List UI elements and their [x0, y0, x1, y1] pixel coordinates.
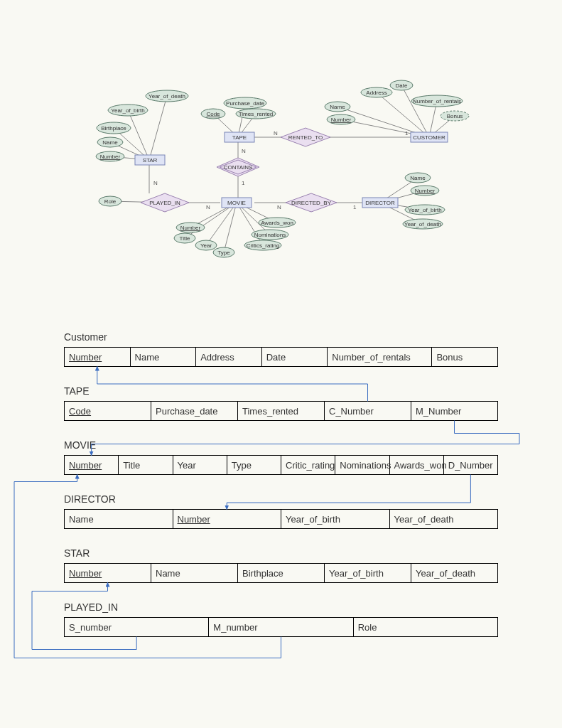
svg-text:Critics_rating: Critics_rating — [247, 242, 280, 249]
table-title-customer: Customer — [64, 331, 498, 343]
svg-text:DIRECTED_BY: DIRECTED_BY — [291, 200, 332, 206]
svg-text:STAR: STAR — [143, 157, 158, 164]
col-cust-number: Number — [65, 348, 131, 367]
svg-text:Bonus: Bonus — [447, 113, 463, 119]
svg-line-16 — [206, 203, 237, 245]
entity-movie: MOVIE — [222, 198, 252, 208]
rel-contains: CONTAINS — [217, 158, 259, 176]
svg-text:Name: Name — [102, 139, 118, 146]
col-movie-year: Year — [173, 456, 227, 475]
col-tape-pdate: Purchase_date — [151, 402, 238, 421]
rel-played-in: PLAYED_IN — [141, 193, 189, 212]
svg-text:Year_of_birth: Year_of_birth — [408, 207, 441, 213]
attr-cust-address: Address — [361, 87, 392, 97]
er-svg: N 1 N 1 N N N 1 STAR TAPE CUSTOMER MOVIE… — [0, 0, 562, 284]
svg-text:CUSTOMER: CUSTOMER — [413, 134, 445, 141]
col-dir-number: Number — [173, 510, 281, 529]
col-star-name: Name — [151, 564, 238, 583]
attr-cust-bonus: Bonus — [441, 111, 469, 121]
attr-star-name: Name — [97, 137, 123, 147]
svg-text:Date: Date — [396, 82, 408, 89]
card-contains-movie: 1 — [242, 180, 245, 186]
svg-text:Year: Year — [200, 242, 212, 249]
svg-text:Awards_won: Awards_won — [261, 220, 293, 226]
attr-movie-type: Type — [213, 247, 234, 257]
attr-dir-number: Number — [411, 186, 439, 196]
col-dir-name: Name — [65, 510, 173, 529]
card-tape-rented: N — [274, 130, 278, 136]
col-pi-snum: S_number — [65, 618, 209, 637]
table-title-director: DIRECTOR — [64, 493, 498, 505]
svg-text:DIRECTOR: DIRECTOR — [365, 200, 395, 206]
entity-director: DIRECTOR — [362, 198, 398, 208]
attr-tape-times-rented: Times_rented — [236, 109, 276, 119]
table-played-in: S_number M_number Role — [64, 617, 498, 637]
col-tape-mnum: M_Number — [411, 402, 498, 421]
svg-text:Number_of_rentals: Number_of_rentals — [413, 98, 461, 105]
svg-text:Address: Address — [366, 90, 387, 96]
attr-cust-date: Date — [390, 80, 413, 90]
table-title-tape: TAPE — [64, 385, 498, 397]
table-movie: Number Title Year Type Critic_rating Nom… — [64, 455, 498, 475]
svg-text:Number: Number — [331, 117, 352, 123]
svg-text:Times_rented: Times_rented — [239, 111, 274, 117]
col-cust-bonus: Bonus — [432, 348, 498, 367]
col-movie-critic: Critic_rating — [281, 456, 335, 475]
table-star: Number Name Birthplace Year_of_birth Yea… — [64, 563, 498, 583]
svg-text:Number: Number — [100, 154, 121, 160]
col-pi-role: Role — [353, 618, 497, 637]
col-movie-type: Type — [227, 456, 281, 475]
col-tape-cnum: C_Number — [325, 402, 411, 421]
table-customer: Number Name Address Date Number_of_renta… — [64, 347, 498, 367]
attr-cust-name: Name — [325, 102, 350, 112]
rel-directed-by: DIRECTED_BY — [286, 193, 337, 212]
attr-dir-yob: Year_of_birth — [405, 205, 445, 215]
svg-text:TAPE: TAPE — [232, 134, 247, 141]
card-played-movie: N — [206, 204, 210, 210]
attr-movie-critics: Critics_rating — [244, 240, 281, 250]
rel-rented-to: RENTED_TO — [281, 128, 330, 146]
attr-star-year-of-death: Year_of_death — [146, 90, 188, 102]
svg-text:Purchase_date: Purchase_date — [226, 100, 264, 107]
attr-movie-title: Title — [174, 233, 195, 243]
svg-text:MOVIE: MOVIE — [227, 200, 246, 206]
attr-dir-name: Name — [405, 173, 431, 183]
col-cust-numrent: Number_of_rentals — [328, 348, 432, 367]
entity-customer: CUSTOMER — [411, 132, 448, 142]
col-star-yob: Year_of_birth — [325, 564, 411, 583]
attr-tape-purchase-date: Purchase_date — [224, 97, 266, 109]
attr-movie-number: Number — [176, 223, 205, 232]
svg-text:PLAYED_IN: PLAYED_IN — [149, 200, 180, 206]
table-title-star: STAR — [64, 547, 498, 559]
svg-text:Role: Role — [104, 198, 117, 205]
svg-text:Name: Name — [410, 175, 426, 181]
svg-text:Type: Type — [217, 250, 230, 256]
col-cust-date: Date — [261, 348, 328, 367]
svg-text:Birthplace: Birthplace — [101, 125, 126, 132]
attr-dir-yod: Year_of_death — [403, 219, 443, 229]
svg-text:Year_of_birth: Year_of_birth — [111, 107, 144, 114]
er-diagram: N 1 N 1 N N N 1 STAR TAPE CUSTOMER MOVIE… — [0, 0, 562, 284]
entity-tape: TAPE — [225, 132, 254, 142]
svg-text:Name: Name — [330, 104, 345, 110]
svg-text:Year_of_death: Year_of_death — [148, 93, 185, 100]
col-movie-dnum: D_Number — [443, 456, 497, 475]
table-title-played-in: PLAYED_IN — [64, 601, 498, 613]
attr-cust-num-rentals: Number_of_rentals — [411, 95, 463, 107]
attr-played-role: Role — [99, 196, 121, 206]
card-star-played: N — [153, 180, 158, 186]
svg-line-0 — [149, 96, 167, 160]
col-tape-code: Code — [65, 402, 151, 421]
table-title-movie: MOVIE — [64, 439, 498, 451]
svg-line-1 — [128, 110, 149, 160]
col-pi-mnum: M_number — [209, 618, 353, 637]
svg-text:Title: Title — [180, 235, 190, 242]
col-cust-address: Address — [196, 348, 262, 367]
attr-star-year-of-birth: Year_of_birth — [108, 105, 148, 116]
col-movie-nom: Nominations — [335, 456, 389, 475]
svg-text:Nominations: Nominations — [254, 232, 286, 238]
svg-text:Number: Number — [180, 225, 201, 231]
col-dir-yod: Year_of_death — [389, 510, 498, 529]
attr-star-number: Number — [96, 151, 124, 161]
attr-star-birthplace: Birthplace — [97, 122, 131, 134]
